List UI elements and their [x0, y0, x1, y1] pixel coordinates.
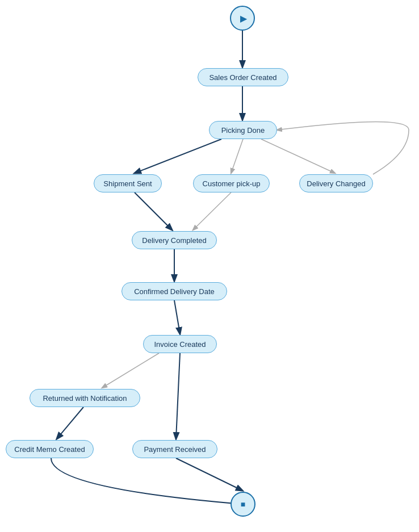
svg-line-10 — [176, 353, 180, 439]
node-delivery-changed: Delivery Changed — [299, 174, 373, 192]
svg-line-5 — [135, 192, 172, 230]
node-returned-notification-label: Returned with Notification — [43, 394, 127, 403]
end-node: ■ — [231, 492, 255, 517]
node-invoice-created-label: Invoice Created — [154, 340, 206, 349]
end-icon: ■ — [241, 500, 245, 509]
flow-diagram: ▶ Sales Order Created Picking Done Shipm… — [0, 0, 419, 532]
svg-line-2 — [135, 139, 221, 173]
node-returned-notification: Returned with Notification — [30, 389, 140, 407]
svg-line-12 — [176, 458, 242, 491]
svg-line-11 — [57, 407, 83, 439]
node-payment-received: Payment Received — [132, 440, 217, 458]
node-sales-order-label: Sales Order Created — [209, 73, 276, 82]
svg-line-3 — [231, 139, 243, 173]
node-picking-done: Picking Done — [209, 121, 277, 139]
node-payment-received-label: Payment Received — [144, 445, 206, 454]
node-confirmed-delivery-label: Confirmed Delivery Date — [134, 287, 215, 296]
svg-line-4 — [261, 139, 335, 173]
node-delivery-completed-label: Delivery Completed — [142, 236, 206, 245]
svg-line-9 — [102, 353, 159, 388]
node-credit-memo-label: Credit Memo Created — [14, 445, 85, 454]
node-customer-pickup: Customer pick-up — [193, 174, 270, 192]
node-credit-memo: Credit Memo Created — [6, 440, 94, 458]
node-picking-done-label: Picking Done — [221, 126, 265, 135]
node-shipment-sent: Shipment Sent — [94, 174, 162, 192]
start-icon: ▶ — [240, 13, 247, 24]
node-delivery-changed-label: Delivery Changed — [307, 179, 365, 188]
svg-line-8 — [174, 300, 180, 334]
svg-line-6 — [193, 192, 231, 230]
node-delivery-completed: Delivery Completed — [132, 231, 217, 249]
node-sales-order: Sales Order Created — [198, 68, 288, 86]
node-invoice-created: Invoice Created — [143, 335, 217, 353]
start-node: ▶ — [230, 6, 255, 31]
node-customer-pickup-label: Customer pick-up — [203, 179, 261, 188]
node-shipment-sent-label: Shipment Sent — [103, 179, 152, 188]
node-confirmed-delivery: Confirmed Delivery Date — [121, 282, 227, 300]
